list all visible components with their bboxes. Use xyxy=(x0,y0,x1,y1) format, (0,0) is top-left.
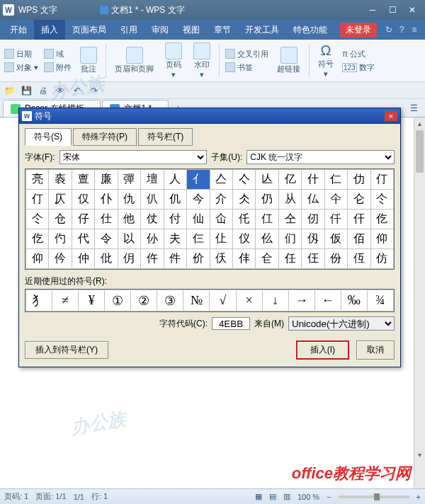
symbol-cell[interactable]: 仸 xyxy=(210,249,232,269)
symbol-cell[interactable]: 佰 xyxy=(348,229,370,249)
symbol-cell[interactable]: 仜 xyxy=(256,210,278,229)
field-button[interactable]: 域 xyxy=(44,49,72,59)
recent-symbol-cell[interactable]: ↓ xyxy=(262,290,288,311)
symbol-button[interactable]: Ω符号 ▾ xyxy=(315,41,336,80)
symbol-cell[interactable]: 仹 xyxy=(232,249,255,269)
tab-references[interactable]: 引用 xyxy=(113,20,144,40)
symbol-cell[interactable]: 今 xyxy=(187,190,210,210)
symbol-cell[interactable]: 从 xyxy=(278,190,301,210)
symbol-cell[interactable]: 仑 xyxy=(348,190,370,210)
zoom-in-button[interactable]: + xyxy=(416,493,421,501)
symbol-cell[interactable]: 仍 xyxy=(256,190,278,210)
tab-review[interactable]: 审阅 xyxy=(144,20,176,40)
close-button[interactable]: ✕ xyxy=(402,3,422,17)
recent-symbol-cell[interactable]: 犭 xyxy=(26,290,52,311)
subset-select[interactable]: CJK 统一汉字 xyxy=(246,150,395,164)
tab-features[interactable]: 特色功能 xyxy=(286,20,334,40)
symbol-cell[interactable]: 们 xyxy=(278,229,301,249)
symbol-cell[interactable]: 仈 xyxy=(141,190,164,210)
undo-button[interactable]: ↶ xyxy=(71,84,84,97)
font-select[interactable]: 宋体 xyxy=(60,150,208,164)
pagenum-button[interactable]: 页码 ▾ xyxy=(162,41,185,81)
symbol-cell[interactable]: 仄 xyxy=(49,190,72,210)
zoom-out-button[interactable]: − xyxy=(327,493,331,501)
maximize-button[interactable]: ☐ xyxy=(382,3,402,17)
symbol-cell[interactable]: 份 xyxy=(324,249,347,269)
symbol-cell[interactable]: 价 xyxy=(187,249,210,269)
symbol-cell[interactable]: 仗 xyxy=(141,210,164,229)
print-button[interactable]: 🖨 xyxy=(37,84,50,97)
recent-symbol-cell[interactable]: ≠ xyxy=(52,290,79,311)
tab-list-button[interactable]: ☰ xyxy=(405,100,422,117)
recent-symbol-cell[interactable]: ① xyxy=(105,290,131,311)
symbol-cell[interactable]: 仔 xyxy=(72,210,94,229)
symbol-cell[interactable]: 仞 xyxy=(302,210,324,229)
symbol-cell[interactable]: 仃 xyxy=(26,190,49,210)
number-button[interactable]: 123数字 xyxy=(342,62,375,73)
symbol-cell[interactable]: 廉 xyxy=(95,170,118,190)
recent-symbol-cell[interactable]: × xyxy=(236,290,262,311)
symbol-cell[interactable]: 彈 xyxy=(118,170,140,190)
symbol-cell[interactable]: 什 xyxy=(302,170,324,190)
dialog-close-button[interactable]: × xyxy=(385,111,397,121)
recent-symbol-cell[interactable]: ③ xyxy=(157,290,183,311)
symbol-cell[interactable]: 仃 xyxy=(370,170,393,190)
symbol-cell[interactable]: 仒 xyxy=(370,190,393,210)
symbol-cell[interactable]: 仛 xyxy=(232,210,255,229)
symbol-cell[interactable]: 付 xyxy=(164,210,186,229)
tab-view[interactable]: 视图 xyxy=(176,20,207,40)
symbol-cell[interactable]: 仮 xyxy=(324,229,347,249)
symbol-cell[interactable]: 仳 xyxy=(95,249,118,269)
symbol-cell[interactable]: 仟 xyxy=(324,210,347,229)
zoom-slider[interactable] xyxy=(339,496,409,498)
minimize-button[interactable]: ─ xyxy=(363,3,382,17)
symbol-cell[interactable]: 仦 xyxy=(141,229,164,249)
symbol-cell[interactable]: 仲 xyxy=(72,249,94,269)
view-icon-2[interactable]: ▤ xyxy=(269,492,276,501)
object-button[interactable]: 对象 ▾ xyxy=(4,62,38,73)
symbol-cell[interactable]: 仨 xyxy=(187,229,210,249)
tab-symbols[interactable]: 符号(S) xyxy=(25,128,72,146)
symbol-cell[interactable]: 仭 xyxy=(302,229,324,249)
bookmark-button[interactable]: 书签 xyxy=(225,62,268,73)
login-button[interactable]: 未登录 xyxy=(340,23,377,38)
symbol-cell[interactable]: 壇 xyxy=(141,170,164,190)
formula-button[interactable]: π公式 xyxy=(342,49,375,59)
symbol-cell[interactable]: 仰 xyxy=(26,249,49,269)
tab-symbolbar[interactable]: 符号栏(T) xyxy=(138,128,193,146)
symbol-cell[interactable]: 任 xyxy=(278,249,301,269)
recent-symbol-cell[interactable]: ‰ xyxy=(341,290,367,311)
symbol-cell[interactable]: 亶 xyxy=(72,170,94,190)
tab-insert[interactable]: 插入 xyxy=(34,20,65,40)
tab-chapter[interactable]: 章节 xyxy=(207,20,238,40)
code-input[interactable] xyxy=(212,317,250,330)
recent-symbol-cell[interactable]: √ xyxy=(210,290,236,311)
date-button[interactable]: 日期 xyxy=(4,49,38,59)
symbol-cell[interactable]: 仿 xyxy=(370,249,393,269)
symbol-cell[interactable]: 件 xyxy=(164,249,186,269)
tab-pagelayout[interactable]: 页面布局 xyxy=(65,20,113,40)
symbol-cell[interactable]: 仩 xyxy=(210,229,232,249)
insert-to-bar-button[interactable]: 插入到符号栏(Y) xyxy=(25,341,108,359)
help-icon[interactable]: ? xyxy=(395,25,408,35)
view-icon[interactable]: ▦ xyxy=(255,492,262,501)
recent-symbol-cell[interactable]: ← xyxy=(314,290,341,311)
insert-button[interactable]: 插入(I) xyxy=(296,340,349,360)
attachment-button[interactable]: 附件 xyxy=(44,62,72,73)
symbol-cell[interactable]: 袠 xyxy=(49,170,72,190)
symbol-cell[interactable]: 仼 xyxy=(302,249,324,269)
symbol-cell[interactable]: 仇 xyxy=(118,190,140,210)
symbol-cell[interactable]: 仏 xyxy=(302,190,324,210)
from-select[interactable]: Unicode(十六进制) xyxy=(288,316,395,331)
symbol-cell[interactable]: 仵 xyxy=(141,249,164,269)
comment-button[interactable]: 批注 xyxy=(77,45,100,76)
recent-symbol-cell[interactable]: ② xyxy=(131,290,157,311)
symbol-cell[interactable]: 令 xyxy=(95,229,118,249)
redo-button[interactable]: ↷ xyxy=(88,84,101,97)
symbol-cell[interactable]: 仓 xyxy=(49,210,72,229)
tab-special[interactable]: 特殊字符(P) xyxy=(73,128,137,146)
cancel-button[interactable]: 取消 xyxy=(356,340,395,360)
symbol-cell[interactable]: 仂 xyxy=(348,170,370,190)
symbol-cell[interactable]: 仫 xyxy=(256,229,278,249)
symbol-cell[interactable]: 仐 xyxy=(324,190,347,210)
